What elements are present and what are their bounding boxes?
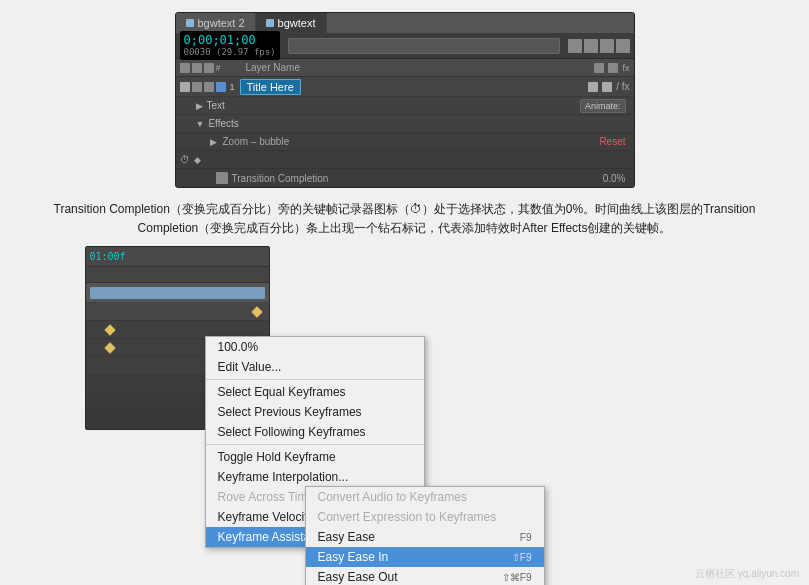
transition-row: Transition Completion 0.0% bbox=[176, 169, 634, 187]
ae-header-row: # Layer Name fx bbox=[176, 59, 634, 77]
effects-prop-label: Effects bbox=[208, 118, 238, 129]
menu-item-toggle-hold[interactable]: Toggle Hold Keyframe bbox=[206, 447, 424, 467]
effects-triangle: ▼ bbox=[196, 119, 205, 129]
timecode-sub: 00030 (29.97 fps) bbox=[184, 47, 276, 58]
diamond-marker-1 bbox=[104, 325, 115, 336]
layer-icon-lock[interactable] bbox=[204, 82, 214, 92]
fx-row: ⏱ ◆ bbox=[176, 151, 634, 169]
header-icon-lock bbox=[192, 63, 202, 73]
submenu-label-convert-expr: Convert Expression to Keyframes bbox=[318, 510, 497, 524]
menu-item-select-prev[interactable]: Select Previous Keyframes bbox=[206, 402, 424, 422]
layer-right-icon-2 bbox=[602, 82, 612, 92]
header-fx-label: fx bbox=[622, 63, 629, 73]
header-right-icons: fx bbox=[594, 63, 629, 73]
submenu-label-easy-ease: Easy Ease bbox=[318, 530, 375, 544]
submenu-item-easy-ease[interactable]: Easy Ease F9 bbox=[306, 527, 544, 547]
layer-right-icon-1 bbox=[588, 82, 598, 92]
submenu-item-easy-ease-out[interactable]: Easy Ease Out ⇧⌘F9 bbox=[306, 567, 544, 585]
toolbar-icon-3[interactable] bbox=[600, 39, 614, 53]
tab-label-bgwtext2: bgwtext 2 bbox=[198, 17, 245, 29]
zoom-label: Zoom – bubble bbox=[223, 136, 290, 147]
mt-diamond-1 bbox=[251, 306, 262, 317]
header-icons: # bbox=[180, 63, 240, 73]
ae-timeline-panel: bgwtext 2 bgwtext 0;00;01;00 00030 (29.9… bbox=[175, 12, 635, 188]
ae-toolbar: 0;00;01;00 00030 (29.97 fps) bbox=[176, 33, 634, 59]
menu-item-select-equal[interactable]: Select Equal Keyframes bbox=[206, 382, 424, 402]
mt-timecode: 01:00f bbox=[90, 251, 126, 262]
fx-icon: ◆ bbox=[194, 155, 201, 165]
fx-stopwatch: ⏱ bbox=[180, 154, 190, 165]
menu-label-100: 100.0% bbox=[218, 340, 259, 354]
menu-label-kf-interp: Keyframe Interpolation... bbox=[218, 470, 349, 484]
header-right-icon-2 bbox=[608, 63, 618, 73]
layer-icon-eye[interactable] bbox=[180, 82, 190, 92]
text-triangle: ▶ bbox=[196, 101, 203, 111]
layer-icon-solo[interactable] bbox=[192, 82, 202, 92]
header-icon-eye bbox=[180, 63, 190, 73]
toolbar-icon-2[interactable] bbox=[584, 39, 598, 53]
header-layer-name: Layer Name bbox=[246, 62, 589, 73]
menu-divider-1 bbox=[206, 379, 424, 380]
header-icon-color bbox=[204, 63, 214, 73]
layer-icons: 1 bbox=[180, 82, 240, 92]
transition-label: Transition Completion bbox=[232, 173, 329, 184]
watermark: 云栖社区 yq.aliyun.com bbox=[695, 567, 799, 581]
menu-label-toggle-hold: Toggle Hold Keyframe bbox=[218, 450, 336, 464]
shortcut-easy-ease-in: ⇧F9 bbox=[512, 552, 532, 563]
menu-item-kf-interp[interactable]: Keyframe Interpolation... bbox=[206, 467, 424, 487]
menu-label-rove: Rove Across Time bbox=[218, 490, 315, 504]
mt-layer-bar bbox=[90, 287, 265, 299]
menu-item-edit-value[interactable]: Edit Value... bbox=[206, 357, 424, 377]
timecode-main: 0;00;01;00 bbox=[184, 33, 256, 47]
menu-label-select-prev: Select Previous Keyframes bbox=[218, 405, 362, 419]
header-right-icon-1 bbox=[594, 63, 604, 73]
tab-icon-bgwtext2 bbox=[186, 19, 194, 27]
text-prop-row: ▶ Text Animate: bbox=[176, 97, 634, 115]
mt-toolbar: 01:00f bbox=[86, 247, 269, 267]
menu-label-edit-value: Edit Value... bbox=[218, 360, 282, 374]
menu-item-100[interactable]: 100.0% bbox=[206, 337, 424, 357]
submenu-item-easy-ease-in[interactable]: Easy Ease In ⇧F9 bbox=[306, 547, 544, 567]
tab-icon-bgwtext bbox=[266, 19, 274, 27]
menu-label-select-follow: Select Following Keyframes bbox=[218, 425, 366, 439]
animate-button[interactable]: Animate: bbox=[580, 99, 626, 113]
desc-line2: Completion（变换完成百分比）条上出现一个钻石标记，代表添加特效时Aft… bbox=[138, 221, 672, 235]
layer-number: 1 bbox=[230, 82, 235, 92]
description-text: Transition Completion（变换完成百分比）旁的关键帧记录器图标… bbox=[15, 200, 795, 238]
transition-icon bbox=[216, 172, 228, 184]
zoom-triangle: ▶ bbox=[210, 137, 217, 147]
submenu-label-easy-ease-out: Easy Ease Out bbox=[318, 570, 398, 584]
layer-icon-color[interactable] bbox=[216, 82, 226, 92]
text-prop-label: Text bbox=[207, 100, 225, 111]
menu-item-select-follow[interactable]: Select Following Keyframes bbox=[206, 422, 424, 442]
tab-label-bgwtext: bgwtext bbox=[278, 17, 316, 29]
toolbar-icon-4[interactable] bbox=[616, 39, 630, 53]
reset-button[interactable]: Reset bbox=[599, 136, 625, 147]
bottom-section: 01:00f 100.0% Edit Value... bbox=[85, 246, 725, 430]
search-box[interactable] bbox=[288, 38, 560, 54]
layer-fx-slash: / fx bbox=[616, 81, 629, 92]
menu-label-select-equal: Select Equal Keyframes bbox=[218, 385, 346, 399]
layer-row: 1 Title Here / fx bbox=[176, 77, 634, 97]
toolbar-icon-1[interactable] bbox=[568, 39, 582, 53]
submenu: Convert Audio to Keyframes Convert Expre… bbox=[305, 486, 545, 585]
submenu-label-convert-audio: Convert Audio to Keyframes bbox=[318, 490, 467, 504]
shortcut-easy-ease: F9 bbox=[520, 532, 532, 543]
toolbar-icons bbox=[568, 39, 630, 53]
effects-prop-row: ▼ Effects bbox=[176, 115, 634, 133]
transition-value: 0.0% bbox=[603, 173, 626, 184]
desc-line1: Transition Completion（变换完成百分比）旁的关键帧记录器图标… bbox=[54, 202, 756, 216]
mt-layer bbox=[86, 283, 269, 303]
layer-name: Title Here bbox=[240, 79, 301, 95]
mt-prop-1 bbox=[86, 303, 269, 321]
submenu-item-convert-audio: Convert Audio to Keyframes bbox=[306, 487, 544, 507]
submenu-label-easy-ease-in: Easy Ease In bbox=[318, 550, 389, 564]
menu-divider-2 bbox=[206, 444, 424, 445]
diamond-marker-2 bbox=[104, 343, 115, 354]
mt-header bbox=[86, 267, 269, 283]
submenu-item-convert-expr: Convert Expression to Keyframes bbox=[306, 507, 544, 527]
header-hash: # bbox=[216, 63, 221, 73]
timecode-display[interactable]: 0;00;01;00 00030 (29.97 fps) bbox=[180, 31, 280, 60]
zoom-effect-row: ▶ Zoom – bubble Reset bbox=[176, 133, 634, 151]
shortcut-easy-ease-out: ⇧⌘F9 bbox=[502, 572, 532, 583]
